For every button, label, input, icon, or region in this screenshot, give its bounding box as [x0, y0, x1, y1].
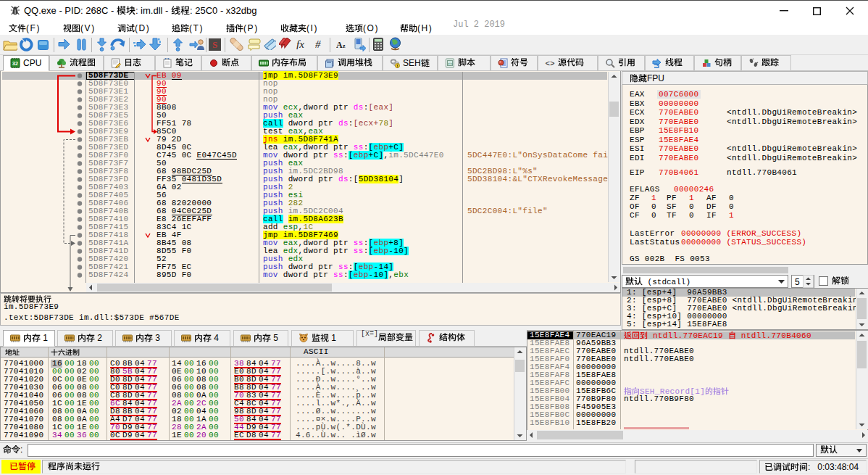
svg-text:#: #	[315, 38, 321, 49]
svg-text:<>: <>	[447, 62, 453, 67]
svg-text:S: S	[212, 39, 217, 50]
svg-text:32: 32	[12, 61, 18, 66]
svg-text:<>: <>	[545, 59, 554, 68]
svg-text:fx: fx	[296, 38, 304, 49]
svg-text:z: z	[343, 43, 346, 49]
svg-text:!: !	[397, 64, 398, 68]
svg-text:A: A	[336, 40, 343, 49]
